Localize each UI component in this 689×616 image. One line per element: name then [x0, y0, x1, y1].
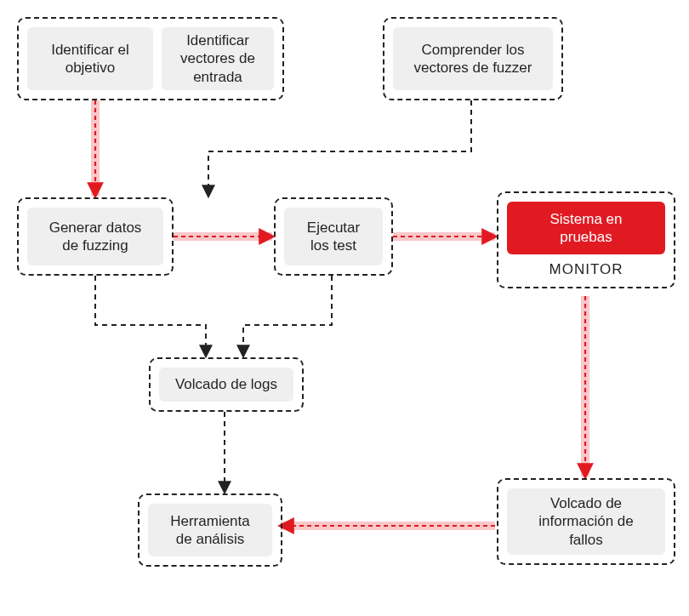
group-volcado-logs: Volcado de logs [149, 357, 304, 412]
node-generar-datos: Generar datos de fuzzing [27, 208, 163, 265]
group-comprender: Comprender los vectores de fuzzer [383, 17, 563, 100]
node-herramienta-analisis: Herramienta de análisis [148, 504, 272, 556]
node-comprender-vectores: Comprender los vectores de fuzzer [393, 27, 553, 90]
group-monitor: Sistema en pruebas MONITOR [497, 191, 675, 288]
group-identificar: Identificar el objetivo Identificar vect… [17, 17, 284, 100]
arrow-comprender-to-generar [208, 100, 471, 196]
arrow-ejecutar-to-logs [243, 276, 332, 356]
node-ejecutar-test: Ejecutar los test [284, 208, 383, 265]
group-generar: Generar datos de fuzzing [17, 197, 174, 276]
group-ejecutar: Ejecutar los test [274, 197, 393, 276]
node-identificar-vectores: Identificar vectores de entrada [162, 27, 274, 90]
arrow-generar-to-logs [95, 276, 206, 356]
node-volcado-fallos: Volcado de información de fallos [507, 488, 665, 555]
node-volcado-logs: Volcado de logs [159, 368, 293, 402]
label-monitor: MONITOR [549, 261, 624, 278]
node-sistema-pruebas: Sistema en pruebas [507, 202, 665, 254]
group-herramienta: Herramienta de análisis [138, 493, 282, 567]
node-identificar-objetivo: Identificar el objetivo [27, 27, 153, 90]
group-volcado-fallos: Volcado de información de fallos [497, 478, 675, 565]
